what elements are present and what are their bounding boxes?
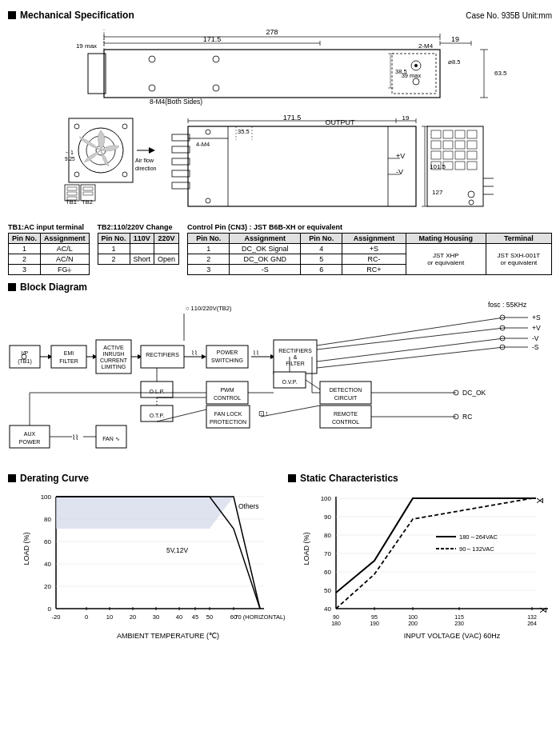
svg-rect-65 <box>172 182 190 189</box>
block-emi-1: EMI <box>64 350 74 356</box>
svg-point-86 <box>468 191 474 198</box>
svg-rect-80 <box>443 162 453 170</box>
cn3-r3-a1: -S <box>230 265 300 275</box>
y-60: 60 <box>44 538 51 545</box>
break-x-right: ⋊ <box>539 605 547 614</box>
others-label: Others <box>238 502 259 510</box>
block-diagram-title: Block Diagram <box>20 282 87 293</box>
block-otp: O.T.P. <box>150 413 165 418</box>
section-icon-sc <box>288 474 296 482</box>
block-active-3: CURRENT <box>100 358 128 363</box>
svg-rect-81 <box>455 162 465 170</box>
tb2-header-220: 220V <box>154 234 179 244</box>
y-80: 80 <box>44 516 51 523</box>
sc-y-100: 100 <box>321 495 332 502</box>
left-dim2: 9.25 <box>65 156 75 162</box>
cn3-h-pin1: Pin No. <box>188 234 230 244</box>
out-plus-s: +S <box>532 314 541 322</box>
svg-line-106 <box>317 318 504 346</box>
tb1-row2-pin: 2 <box>9 254 41 265</box>
mech-spec-section: Mechanical Specification Case No. 935B U… <box>8 6 552 275</box>
block-active-4: LIMITING <box>102 364 126 369</box>
svg-point-4 <box>149 85 155 91</box>
x-50: 50 <box>206 613 213 621</box>
tb2-row1-220 <box>154 244 179 254</box>
svg-point-32 <box>74 172 79 177</box>
top-view-drawing: 278 171.5 19 19 max 63.5 <box>56 26 504 110</box>
tb1-row3-pin: 3 <box>9 265 41 275</box>
svg-rect-88 <box>10 346 40 368</box>
svg-line-107 <box>317 328 504 350</box>
svg-point-87 <box>469 200 474 205</box>
legend-dashed-text: 90～132VAC <box>459 545 494 553</box>
sc-x-sub-200: 200 <box>408 621 418 626</box>
cn3-r2-a2: RC- <box>342 254 406 265</box>
x-30: 30 <box>153 613 159 621</box>
dim-19: 19 <box>451 35 459 43</box>
x-70: 70 (HORIZONTAL) <box>234 613 286 621</box>
block-rf-3: FILTER <box>286 361 305 366</box>
legend-solid-text: 180～264VAC <box>459 533 498 541</box>
x-0: 0 <box>85 613 88 621</box>
sc-x-sub-264: 264 <box>527 621 537 626</box>
tb2-header-pin: Pin No. <box>98 234 130 244</box>
svg-rect-78 <box>467 151 477 159</box>
cn3-r1-a1: DC_OK Signal <box>230 244 300 254</box>
block-rc-1: REMOTE <box>334 411 358 417</box>
side-view: 171.5 19 4-M4 <box>148 114 420 218</box>
svg-rect-79 <box>431 162 441 170</box>
y-40: 40 <box>44 561 51 568</box>
x-20: 20 <box>130 613 136 621</box>
derating-shade <box>56 497 234 529</box>
svg-rect-41 <box>83 187 93 190</box>
screw2-label: 2-M4 <box>418 42 434 50</box>
svg-rect-71 <box>431 141 441 149</box>
tb2-row1-110 <box>130 244 154 254</box>
block-detect-1: DETECTION <box>330 387 362 393</box>
static-header: Static Characteristics <box>288 473 560 484</box>
block-detect-2: CIRCUIT <box>334 395 358 401</box>
cn3-h-pin2: Pin No. <box>300 234 342 244</box>
case-info: Case No. 935B Unit:mm <box>466 11 552 20</box>
right-view <box>423 114 495 218</box>
cn3-r3-a2: RC+ <box>342 265 406 275</box>
minusv-label: -V <box>396 168 403 176</box>
cn3-r3-p1: 3 <box>188 265 230 275</box>
tb1-row1-assign: AC/L <box>41 244 90 254</box>
block-rf-1: RECTIFIERS <box>278 348 312 354</box>
tb1-row3-assign: FG⏚ <box>41 265 90 275</box>
tb2-row2-220: Open <box>154 254 179 265</box>
svg-rect-74 <box>467 141 477 149</box>
cn3-r2-p1: 2 <box>188 254 230 265</box>
svg-rect-82 <box>467 162 477 170</box>
svg-rect-73 <box>455 141 465 149</box>
block-fanlp-2: PROTECTION <box>210 419 246 425</box>
cn3-r1-p2: 4 <box>300 244 342 254</box>
dim-171: 171.5 <box>203 35 222 43</box>
derating-title: Derating Curve <box>20 473 89 484</box>
solid-line-180 <box>336 498 536 593</box>
svg-point-52 <box>206 198 210 203</box>
out-minus-s: -S <box>532 343 539 351</box>
fan-view: Air flow direction TB1 TB2 ←1 9.25 <box>65 114 145 202</box>
svg-rect-75 <box>431 151 441 159</box>
svg-point-5 <box>213 56 219 62</box>
svg-rect-64 <box>172 170 190 177</box>
tb1-header-pin: Pin No. <box>9 234 41 244</box>
static-title: Static Characteristics <box>300 473 398 484</box>
svg-rect-63 <box>172 158 190 165</box>
charts-row: Derating Curve LOAD (%) 0 20 40 60 80 10… <box>8 469 552 640</box>
cn3-r1-a2: +S <box>342 244 406 254</box>
sc-y-40: 40 <box>324 605 331 613</box>
svg-rect-92 <box>51 346 86 368</box>
dim-1715-side: 171.5 <box>283 114 302 122</box>
break-x-top: ⋊ <box>536 496 544 505</box>
static-x-label: INPUT VOLTAGE (VAC) 60Hz <box>336 632 560 640</box>
svg-rect-77 <box>455 151 465 159</box>
block-olp: O.L.P. <box>150 389 165 394</box>
cn3-h-assign2: Assignment <box>342 234 406 244</box>
static-chart: ⋊ ⋊ 40 50 60 70 80 90 100 <box>312 489 560 629</box>
derating-x-label: AMBIENT TEMPERATURE (℃) <box>56 632 280 640</box>
dim-635: 63.5 <box>494 70 507 77</box>
tb2-table: Pin No. 110V 220V 1 2 Short Open <box>98 233 180 265</box>
